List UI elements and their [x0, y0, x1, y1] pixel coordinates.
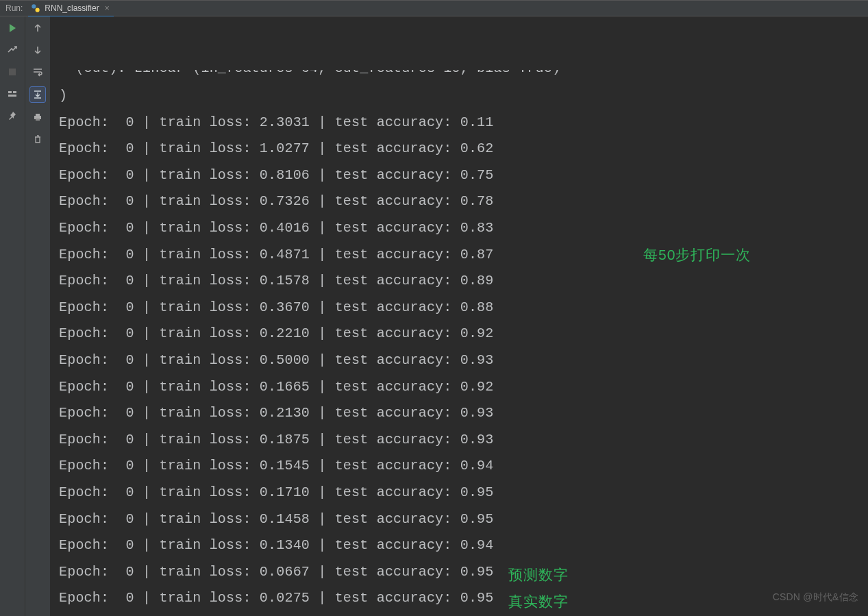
print-button[interactable] [30, 110, 45, 125]
console-epoch-line: Epoch: 0 | train loss: 1.0277 | test acc… [59, 135, 868, 162]
svg-rect-7 [36, 114, 40, 116]
clear-all-button[interactable] [30, 132, 45, 147]
console-epoch-line: Epoch: 0 | train loss: 0.1665 | test acc… [59, 373, 868, 400]
svg-rect-8 [36, 119, 40, 121]
pin-button[interactable] [5, 108, 20, 123]
console-epoch-line: Epoch: 0 | train loss: 0.1458 | test acc… [59, 506, 868, 532]
console-epoch-line: Epoch: 0 | train loss: 0.0275 | test acc… [59, 584, 868, 611]
console-epoch-line: Epoch: 0 | train loss: 0.1875 | test acc… [59, 426, 868, 453]
svg-point-0 [32, 4, 36, 8]
svg-rect-3 [8, 91, 12, 93]
svg-point-1 [36, 8, 40, 12]
console-epoch-line: Epoch: 0 | train loss: 0.5000 | test acc… [59, 347, 868, 373]
run-tab-label: RNN_classifier [45, 3, 99, 13]
annotation-real: 真实数字 [508, 588, 569, 615]
close-icon[interactable]: × [105, 3, 110, 13]
console-epoch-line: Epoch: 0 | train loss: 0.1340 | test acc… [59, 532, 868, 558]
svg-marker-2 [10, 24, 16, 32]
console-epoch-line: Epoch: 0 | train loss: 0.2210 | test acc… [59, 320, 868, 347]
run-toolwindow-header: Run: RNN_classifier × [0, 0, 868, 16]
annotation-prediction: 预测数字 [508, 561, 569, 588]
console-epoch-line: Epoch: 0 | train loss: 0.4016 | test acc… [59, 214, 868, 241]
annotation-every50: 每50步打印一次 [643, 241, 751, 268]
run-label: Run: [0, 3, 28, 13]
stop-button[interactable] [5, 64, 20, 79]
console-epoch-line: Epoch: 0 | train loss: 0.1710 | test acc… [59, 479, 868, 506]
console-line: ) [59, 82, 868, 109]
run-gutter-left [0, 16, 25, 616]
console-prediction-line: [7 2 1 0 4 1 4 9 6 9] prediction number [59, 611, 868, 616]
console-epoch-line: Epoch: 0 | train loss: 0.7326 | test acc… [59, 188, 868, 214]
settings-button[interactable] [5, 42, 20, 58]
watermark: CSDN @时代&信念 [773, 584, 858, 611]
console-output[interactable]: (out): Linear (in_features=64, out_featu… [51, 16, 868, 616]
down-button[interactable] [30, 42, 45, 58]
console-epoch-line: Epoch: 0 | train loss: 0.3670 | test acc… [59, 294, 868, 321]
scroll-to-end-button[interactable] [29, 86, 46, 103]
console-line-partial: (out): Linear (in_features=64, out_featu… [59, 70, 868, 82]
svg-rect-4 [13, 91, 16, 93]
run-tab[interactable]: RNN_classifier × [28, 1, 113, 17]
console-epoch-line: Epoch: 0 | train loss: 0.1578 | test acc… [59, 267, 868, 294]
layout-button[interactable] [5, 86, 20, 101]
console-epoch-line: Epoch: 0 | train loss: 0.1545 | test acc… [59, 452, 868, 479]
svg-rect-5 [8, 95, 16, 97]
up-button[interactable] [30, 21, 45, 36]
console-epoch-line: Epoch: 0 | train loss: 0.2130 | test acc… [59, 399, 868, 426]
console-epoch-line: Epoch: 0 | train loss: 0.0667 | test acc… [59, 558, 868, 585]
soft-wrap-button[interactable] [30, 64, 45, 79]
run-gutter-secondary [25, 16, 51, 616]
console-epoch-line: Epoch: 0 | train loss: 0.8106 | test acc… [59, 162, 868, 188]
rerun-button[interactable] [5, 21, 20, 36]
python-file-icon [31, 3, 40, 13]
console-epoch-line: Epoch: 0 | train loss: 2.3031 | test acc… [59, 109, 868, 136]
